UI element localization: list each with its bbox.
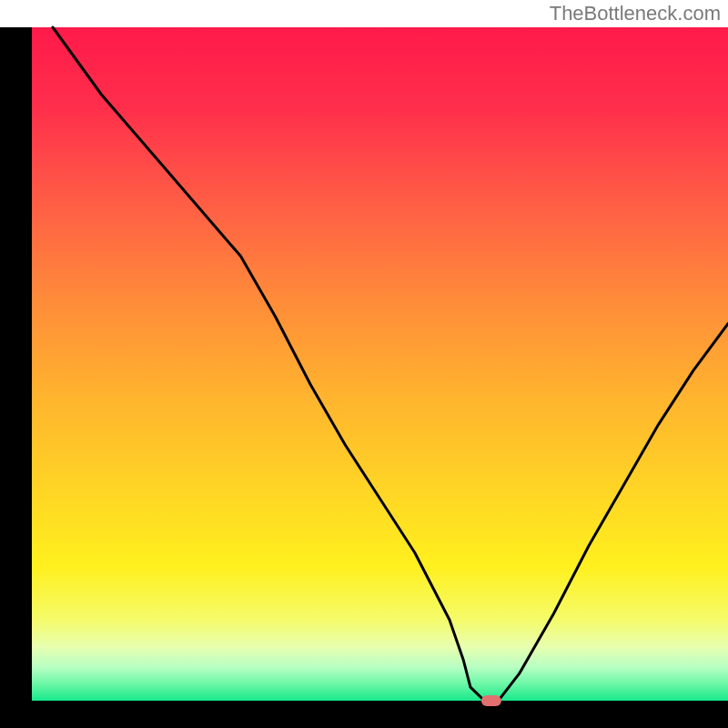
plot-background [32, 27, 728, 701]
watermark-text: TheBottleneck.com [550, 2, 721, 25]
chart-svg [0, 0, 728, 728]
chart-container [0, 0, 728, 728]
minimum-marker [481, 695, 501, 706]
